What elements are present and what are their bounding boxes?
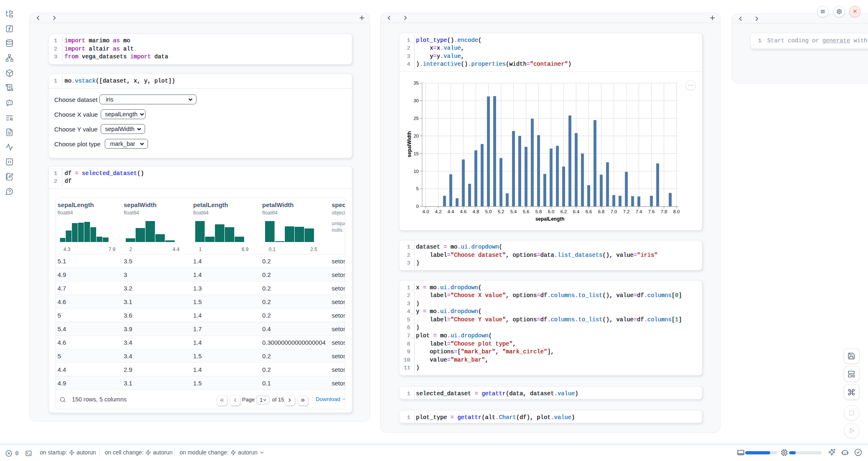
svg-text:sepalLength: sepalLength [536, 216, 565, 222]
svg-text:35: 35 [413, 81, 419, 85]
svg-text:5.2: 5.2 [498, 209, 504, 214]
svg-text:7.8: 7.8 [661, 209, 667, 214]
svg-text:5.8: 5.8 [535, 209, 542, 214]
svg-text:6.6: 6.6 [585, 209, 592, 214]
svg-text:30: 30 [413, 98, 419, 103]
svg-text:4.8: 4.8 [473, 209, 479, 214]
svg-text:7.0: 7.0 [611, 209, 617, 214]
svg-text:10: 10 [413, 169, 419, 174]
svg-text:6.8: 6.8 [598, 209, 605, 214]
svg-text:sepalWidth: sepalWidth [406, 131, 412, 157]
svg-text:5.6: 5.6 [523, 209, 529, 214]
svg-text:20: 20 [413, 134, 419, 138]
svg-text:4.4: 4.4 [448, 209, 455, 214]
svg-text:8.0: 8.0 [673, 209, 680, 214]
svg-text:5: 5 [416, 186, 419, 191]
svg-text:15: 15 [413, 151, 419, 156]
svg-text:25: 25 [413, 116, 419, 121]
svg-text:4.6: 4.6 [460, 209, 466, 214]
svg-text:6.2: 6.2 [560, 209, 567, 214]
svg-text:4.2: 4.2 [435, 209, 441, 214]
svg-text:5.0: 5.0 [485, 209, 492, 214]
svg-text:6.4: 6.4 [573, 209, 580, 214]
svg-text:7.4: 7.4 [636, 209, 643, 214]
svg-text:0: 0 [416, 204, 419, 209]
svg-text:4.0: 4.0 [422, 209, 429, 214]
svg-text:6.0: 6.0 [548, 209, 554, 214]
svg-text:7.2: 7.2 [623, 209, 630, 214]
svg-text:5.4: 5.4 [510, 209, 517, 214]
svg-text:7.6: 7.6 [648, 209, 655, 214]
